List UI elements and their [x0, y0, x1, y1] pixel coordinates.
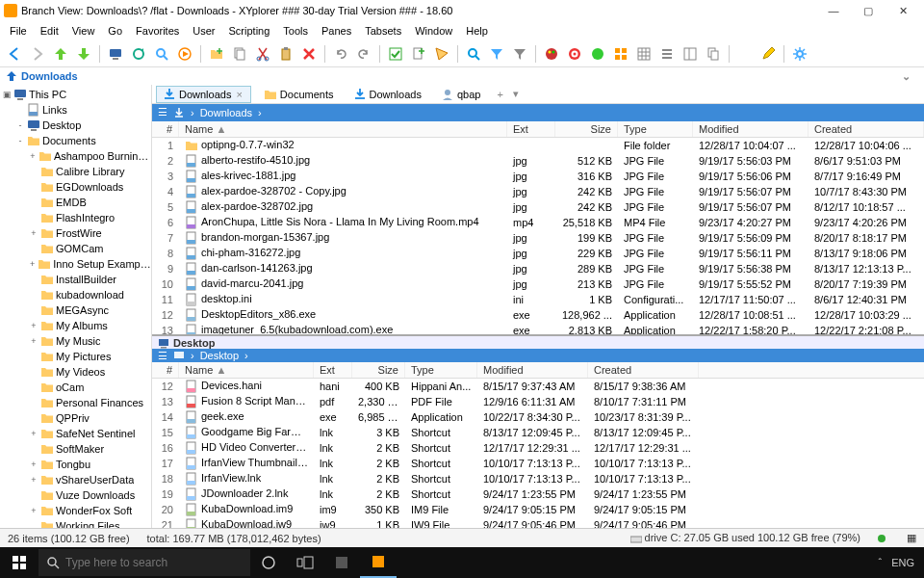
tree-toggle[interactable]: - — [15, 120, 25, 130]
menu-tabsets[interactable]: Tabsets — [359, 23, 407, 39]
column-headers-top[interactable]: # Name ▲ Ext Size Type Modified Created — [152, 121, 924, 139]
tree-node[interactable]: MEGAsync — [0, 302, 151, 318]
file-row[interactable]: 20KubaDownload.im9im9350 KBIM9 File9/24/… — [152, 502, 924, 517]
tab-dropdown[interactable]: ▾ — [513, 88, 519, 100]
tree-node[interactable]: kubadownload — [0, 287, 151, 302]
tab[interactable]: Downloads× — [156, 86, 251, 103]
menu-file[interactable]: File — [4, 23, 33, 39]
menu-favorites[interactable]: Favorites — [130, 23, 185, 39]
maximize-button[interactable]: ▢ — [851, 0, 886, 21]
refresh-icon[interactable] — [128, 43, 149, 65]
system-tray[interactable]: ˆ ENG — [868, 557, 924, 568]
down-button[interactable] — [73, 43, 94, 65]
layout-icon[interactable] — [680, 43, 701, 65]
tray-lang[interactable]: ENG — [891, 557, 914, 568]
start-button[interactable] — [0, 547, 38, 578]
play-icon[interactable] — [174, 43, 195, 65]
breadcrumb-bottom[interactable]: ☰ › Desktop › — [152, 349, 924, 362]
new-doc-icon[interactable] — [408, 43, 429, 65]
file-row[interactable]: 7brandon-morgan-15367.jpgjpg199 KBJPG Fi… — [152, 230, 924, 246]
file-row[interactable]: 17IrfanView Thumbnails.lnklnk2 KBShortcu… — [152, 456, 924, 471]
tree-node[interactable]: Vuze Downloads — [0, 487, 151, 503]
menu-tools[interactable]: Tools — [277, 23, 314, 39]
forward-button[interactable] — [27, 43, 48, 65]
menu-user[interactable]: User — [187, 23, 220, 39]
tree-node[interactable]: Calibre Library — [0, 164, 151, 179]
delete-icon[interactable] — [298, 43, 320, 65]
tab[interactable]: qbap — [434, 86, 487, 103]
minimize-button[interactable]: — — [816, 0, 851, 21]
back-button[interactable] — [4, 43, 25, 65]
menu-view[interactable]: View — [66, 23, 101, 39]
file-row[interactable]: 3ales-krivec-1881.jpgjpg316 KBJPG File9/… — [152, 169, 924, 184]
breadcrumb-top[interactable]: ☰ › Downloads › — [152, 104, 924, 121]
taskbar-app-xyplorer[interactable] — [360, 547, 397, 578]
file-row[interactable]: 21KubaDownload.iw9iw91 KBIW9 File9/24/17… — [152, 517, 924, 528]
tab[interactable]: Downloads — [346, 86, 428, 103]
new-tab-button[interactable]: + — [493, 89, 506, 100]
up-button[interactable] — [50, 43, 71, 65]
undo-icon[interactable] — [330, 43, 351, 65]
tree-node[interactable]: InstallBuilder — [0, 272, 151, 287]
tree-node[interactable]: +SafeNet Sentinel — [0, 426, 151, 441]
tree-toggle[interactable]: + — [29, 321, 38, 330]
file-row[interactable]: 19JDownloader 2.lnklnk2 KBShortcut9/24/1… — [152, 486, 924, 502]
tree-node[interactable]: Personal Finances — [0, 395, 151, 410]
tree-node[interactable]: oCam — [0, 380, 151, 395]
taskbar-app-1[interactable] — [323, 547, 360, 578]
file-row[interactable]: 11desktop.iniini1 KBConfigurati...12/17/… — [152, 292, 924, 307]
file-list-top[interactable]: 1optipng-0.7.7-win32File folder12/28/17 … — [152, 138, 924, 334]
list-icon[interactable] — [656, 43, 678, 65]
close-button[interactable]: ✕ — [886, 0, 920, 21]
grid2-icon[interactable] — [633, 43, 654, 65]
tree-node[interactable]: Links — [0, 102, 151, 118]
file-row[interactable]: 12Devices.hanihani400 KBHippani An...8/1… — [152, 379, 924, 394]
filter-icon[interactable] — [486, 43, 507, 65]
status-extra-icon[interactable]: ▦ — [907, 532, 916, 544]
tree-node[interactable]: QPPriv — [0, 410, 151, 426]
file-row[interactable]: 16HD Video Converter Fact...lnk2 KBShort… — [152, 440, 924, 456]
cut-icon[interactable] — [252, 43, 273, 65]
menu-icon[interactable]: ☰ — [158, 350, 167, 362]
docs-icon[interactable] — [703, 43, 724, 65]
tree-toggle[interactable]: + — [29, 259, 36, 269]
palette-icon[interactable] — [541, 43, 562, 65]
target-icon[interactable] — [564, 43, 585, 65]
tree-node[interactable]: +My Albums — [0, 318, 151, 333]
tree-node[interactable]: +Inno Setup Examples Output — [0, 256, 151, 272]
tree-toggle[interactable]: + — [29, 228, 38, 238]
tree-toggle[interactable]: + — [29, 506, 38, 515]
file-row[interactable]: 10david-marcu-2041.jpgjpg213 KBJPG File9… — [152, 276, 924, 292]
search-input[interactable] — [65, 556, 243, 569]
close-icon[interactable]: × — [234, 89, 244, 100]
grid1-icon[interactable] — [610, 43, 631, 65]
gear-icon[interactable] — [789, 43, 810, 65]
crumb-segment[interactable]: Downloads — [200, 107, 252, 118]
file-row[interactable]: 18IrfanView.lnklnk2 KBShortcut10/10/17 7… — [152, 471, 924, 486]
file-row[interactable]: 15Goodgame Big Farm.lnklnk3 KBShortcut8/… — [152, 425, 924, 440]
file-row[interactable]: 13Fusion 8 Script Manual.pdfpdf2,330 KBP… — [152, 394, 924, 409]
tray-chevron-icon[interactable]: ˆ — [878, 557, 882, 568]
tree-node[interactable]: My Pictures — [0, 349, 151, 364]
crumb-segment[interactable]: Desktop — [200, 350, 239, 361]
tree-node[interactable]: GOMCam — [0, 241, 151, 256]
filter2-icon[interactable] — [509, 43, 530, 65]
tree-node[interactable]: My Videos — [0, 364, 151, 380]
menu-edit[interactable]: Edit — [35, 23, 64, 39]
paste-icon[interactable] — [275, 43, 296, 65]
menu-icon[interactable]: ☰ — [158, 106, 167, 118]
tree-node[interactable]: +WonderFox Soft — [0, 503, 151, 518]
tree-toggle[interactable]: - — [15, 136, 25, 145]
tab[interactable]: Documents — [257, 86, 341, 103]
menu-help[interactable]: Help — [460, 23, 494, 39]
cortana-icon[interactable] — [250, 547, 287, 578]
tree-toggle[interactable]: + — [29, 460, 38, 469]
tree-node[interactable]: EMDB — [0, 195, 151, 210]
check-icon[interactable] — [385, 43, 406, 65]
menu-go[interactable]: Go — [102, 23, 128, 39]
file-row[interactable]: 5alex-pardoe-328702.jpgjpg242 KBJPG File… — [152, 199, 924, 215]
tree-node[interactable]: -Documents — [0, 133, 151, 148]
tree-node[interactable]: FlashIntegro — [0, 210, 151, 225]
file-row[interactable]: 2alberto-restifo-4510.jpgjpg512 KBJPG Fi… — [152, 153, 924, 169]
tree-node[interactable]: SoftMaker — [0, 441, 151, 457]
